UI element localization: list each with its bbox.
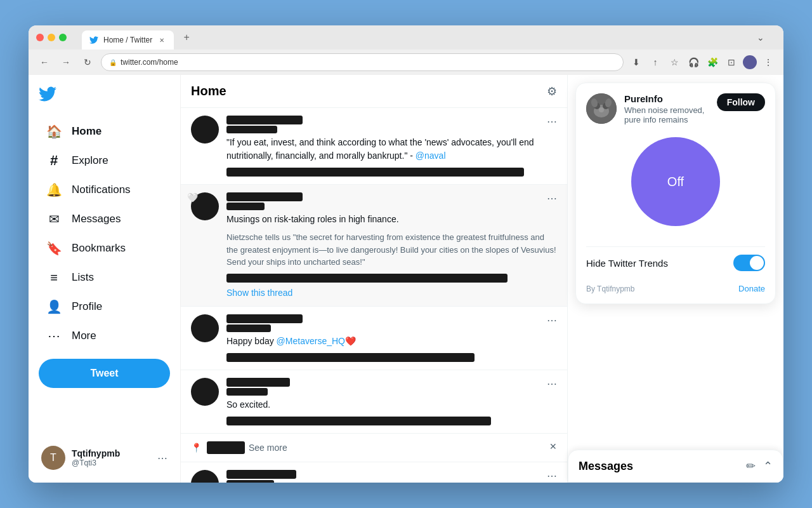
sidebar-home-label: Home (72, 125, 102, 138)
messages-icon: ✉ (46, 211, 62, 227)
sidebar-lists-label: Lists (72, 271, 94, 284)
big-toggle-button[interactable]: Off (631, 137, 720, 226)
twitter-layout: 🏠 Home # Explore 🔔 Notifications ✉ Messa… (29, 75, 783, 483)
user-section[interactable]: T Tqtifnypmb @Tqti3 ⋯ (36, 441, 173, 475)
url-display: twitter.com/home (121, 58, 178, 67)
sidebar-item-more[interactable]: ⋯ More (39, 322, 170, 350)
tweet-item: ⋯ Wedding rings that were removed from h… (181, 462, 567, 483)
tweet-more-button[interactable]: ⋯ (547, 192, 557, 204)
popup-account-name: PureInfo (624, 93, 709, 104)
show-thread-button[interactable]: Show this thread (226, 288, 292, 298)
tweet-mention[interactable]: @naval (416, 150, 446, 161)
address-bar[interactable]: 🔒 twitter.com/home (101, 53, 624, 71)
tweet-redacted-bar (226, 168, 524, 177)
close-location-button[interactable]: ✕ (549, 441, 557, 451)
sidebar-item-lists[interactable]: ≡ Lists (39, 264, 170, 291)
tweet-more-button[interactable]: ⋯ (547, 378, 557, 390)
sidebar-item-messages[interactable]: ✉ Messages (39, 205, 170, 233)
messages-panel[interactable]: Messages ✏ ⌃ (568, 450, 783, 483)
tag-pill (207, 441, 245, 454)
avatar (191, 470, 219, 483)
location-pin-icon: 📍 (191, 443, 202, 453)
maximize-button[interactable] (59, 34, 67, 41)
svg-point-4 (599, 107, 604, 112)
back-button[interactable]: ← (36, 54, 53, 70)
new-tab-button[interactable]: + (179, 30, 194, 45)
tab-bar: Home / Twitter ✕ + (82, 25, 748, 50)
compose-message-icon[interactable]: ✏ (746, 459, 756, 473)
tweet-author-name (226, 378, 290, 387)
tweet-item: ⋯ So excited. (181, 370, 567, 434)
tweet-author-block (226, 470, 296, 483)
avatar: T (41, 446, 65, 470)
browser-profile-icon[interactable] (743, 55, 757, 69)
podcast-icon[interactable]: 🎧 (686, 55, 701, 70)
sidebar-item-profile[interactable]: 👤 Profile (39, 293, 170, 321)
home-icon: 🏠 (46, 124, 62, 139)
collapse-messages-icon[interactable]: ⌃ (763, 459, 773, 473)
twitter-favicon-icon (89, 36, 98, 44)
messages-actions: ✏ ⌃ (746, 459, 773, 473)
toggle-knob (750, 256, 764, 270)
tweet-author-name (226, 470, 296, 479)
window-controls-icon[interactable]: ⌄ (753, 30, 768, 45)
user-more-button[interactable]: ⋯ (157, 452, 167, 464)
twitter-logo[interactable] (39, 80, 170, 112)
tweet-more-button[interactable]: ⋯ (547, 470, 557, 482)
download-icon[interactable]: ⬇ (629, 55, 644, 70)
extensions-icon[interactable]: 🧩 (705, 55, 720, 70)
popup-account-desc: When noise removed, pure info remains (624, 105, 709, 124)
tweet-more-button[interactable]: ⋯ (547, 116, 557, 128)
close-button[interactable] (36, 34, 44, 41)
popup-footer: By Tqtifnypmb Donate (586, 279, 765, 293)
sidebar-item-explore[interactable]: # Explore (39, 147, 170, 175)
tweet-header-row: ⋯ (226, 378, 557, 396)
notifications-icon: 🔔 (46, 182, 62, 197)
tweet-button[interactable]: Tweet (39, 359, 170, 388)
popup-avatar (586, 93, 617, 124)
messages-title: Messages (579, 460, 633, 473)
tweet-author-handle (226, 126, 277, 133)
forward-button[interactable]: → (58, 54, 74, 70)
tweet-author-handle (226, 324, 271, 332)
sidebar-item-bookmarks[interactable]: 🔖 Bookmarks (39, 234, 170, 262)
see-more-link[interactable]: See more (249, 443, 287, 453)
donate-link[interactable]: Donate (738, 284, 765, 293)
tweet-author-name (226, 314, 303, 323)
sidebar-item-notifications[interactable]: 🔔 Notifications (39, 176, 170, 204)
sidebar-item-home[interactable]: 🏠 Home (39, 117, 170, 145)
browser-window: Home / Twitter ✕ + ⌄ ← → ↻ 🔒 twitter.com… (29, 25, 783, 483)
popup-card-header: PureInfo When noise removed, pure info r… (586, 93, 765, 124)
minimize-button[interactable] (48, 34, 55, 41)
tweet-text: So excited. (226, 398, 557, 411)
avatar-image (586, 93, 617, 124)
refresh-button[interactable]: ↻ (79, 54, 96, 70)
tweet-redacted-bar (226, 274, 508, 283)
feed-settings-icon[interactable]: ⚙ (547, 84, 557, 98)
tweet-text: Happy bday @Metaverse_HQ❤️ (226, 335, 557, 348)
share-icon[interactable]: ↑ (648, 55, 663, 70)
active-tab[interactable]: Home / Twitter ✕ (82, 30, 174, 50)
user-display-name: Tqtifnypmb (72, 448, 151, 458)
tab-close-icon[interactable]: ✕ (157, 36, 166, 44)
pureinfo-avatar-icon (586, 93, 617, 124)
menu-icon[interactable]: ⋮ (761, 55, 776, 70)
tweet-header-row: ⋯ (226, 314, 557, 332)
avatar (191, 378, 219, 406)
tweet-more-button[interactable]: ⋯ (547, 314, 557, 326)
tweet-author-name (226, 116, 303, 124)
split-view-icon[interactable]: ⊡ (724, 55, 739, 70)
sidebar-profile-label: Profile (72, 300, 102, 313)
bookmark-icon[interactable]: ☆ (667, 55, 682, 70)
tweet-quote-text: Nietzsche tells us "the secret for harve… (226, 231, 557, 269)
hide-trends-toggle[interactable] (733, 255, 765, 271)
sidebar-bookmarks-label: Bookmarks (72, 242, 126, 255)
tweet-item: ⋯ "If you eat, invest, and think accordi… (181, 108, 567, 185)
sidebar-explore-label: Explore (72, 154, 108, 167)
tweet-redacted-bar (226, 353, 475, 362)
tweet-mention[interactable]: @Metaverse_HQ (277, 336, 345, 346)
feed-title: Home (191, 84, 226, 98)
tweet-author-handle (226, 480, 274, 483)
tweet-header-row: ⋯ (226, 116, 557, 133)
follow-button[interactable]: Follow (717, 93, 765, 111)
